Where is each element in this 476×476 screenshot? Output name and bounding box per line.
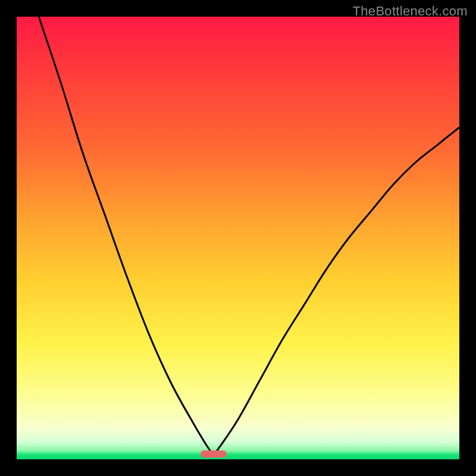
bottleneck-curve [17, 17, 459, 459]
curve-right-arm [214, 127, 459, 455]
plot-area [17, 17, 459, 459]
optimum-marker [201, 450, 227, 458]
curve-left-arm [39, 17, 214, 455]
chart-frame: TheBottleneck.com [0, 0, 476, 476]
